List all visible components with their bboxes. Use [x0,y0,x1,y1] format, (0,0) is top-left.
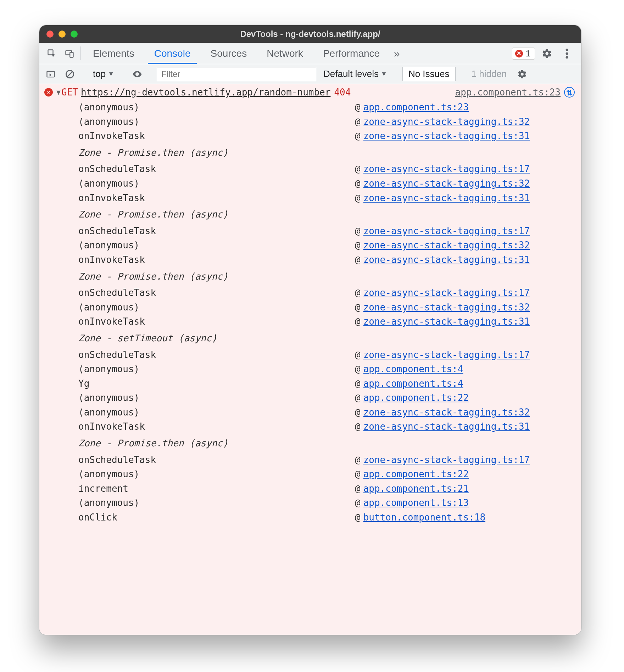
http-method: GET [61,87,78,98]
frame-function: onInvokeTask [78,193,355,203]
at-symbol: @ [355,164,361,174]
source-link[interactable]: zone-async-stack-tagging.ts:32 [363,302,530,313]
stack-frame: (anonymous)@app.component.ts:13 [39,496,581,510]
frame-function: onInvokeTask [78,255,355,265]
svg-rect-2 [70,52,73,57]
stack-frame: onInvokeTask@zone-async-stack-tagging.ts… [39,253,581,267]
more-tabs-button[interactable]: » [390,43,404,64]
tab-console[interactable]: Console [144,43,201,64]
source-link[interactable]: app.component.ts:13 [363,498,469,508]
stack-frame: increment@app.component.ts:21 [39,481,581,496]
tab-sources[interactable]: Sources [200,43,257,64]
source-link[interactable]: zone-async-stack-tagging.ts:31 [363,131,530,141]
source-link[interactable]: zone-async-stack-tagging.ts:32 [363,178,530,189]
source-link[interactable]: zone-async-stack-tagging.ts:17 [363,350,530,360]
console-output: ✕ ▼ GET https://ng-devtools.netlify.app/… [39,84,581,635]
at-symbol: @ [355,255,361,265]
at-symbol: @ [355,393,361,403]
tab-performance[interactable]: Performance [313,43,390,64]
window-title: DevTools - ng-devtools.netlify.app/ [39,29,581,39]
stack-frame: (anonymous)@zone-async-stack-tagging.ts:… [39,300,581,315]
stack-trace: (anonymous)@app.component.ts:23(anonymou… [39,100,581,525]
at-symbol: @ [355,422,361,432]
stack-frame: onScheduleTask@zone-async-stack-tagging.… [39,348,581,362]
tab-elements[interactable]: Elements [83,43,144,64]
source-link[interactable]: app.component.ts:22 [363,469,469,479]
hidden-count-label: 1 hidden [467,68,511,79]
close-window-button[interactable] [46,31,54,38]
error-count-badge[interactable]: ✕ 1 [512,48,535,60]
at-symbol: @ [355,117,361,127]
tab-network[interactable]: Network [257,43,313,64]
async-boundary-label: Zone - Promise.then (async) [39,143,581,162]
source-link[interactable]: app.component.ts:22 [363,393,469,403]
source-link[interactable]: zone-async-stack-tagging.ts:17 [363,164,530,174]
frame-function: onInvokeTask [78,316,355,327]
at-symbol: @ [355,350,361,360]
titlebar: DevTools - ng-devtools.netlify.app/ [39,25,581,43]
stack-frame: onClick@button.component.ts:18 [39,510,581,525]
http-status: 404 [334,87,351,98]
at-symbol: @ [355,379,361,389]
inspect-element-icon[interactable] [43,43,61,64]
svg-point-3 [566,49,568,51]
device-toggle-icon[interactable] [61,43,78,64]
context-selector[interactable]: top ▼ [89,68,118,80]
minimize-window-button[interactable] [58,31,66,38]
maximize-window-button[interactable] [71,31,78,38]
source-link[interactable]: zone-async-stack-tagging.ts:31 [363,316,530,327]
frame-function: onInvokeTask [78,131,355,141]
devtools-tabs: Elements Console Sources Network Perform… [39,43,581,64]
console-settings-icon[interactable] [514,66,530,82]
stack-frame: (anonymous)@app.component.ts:23 [39,100,581,115]
error-count: 1 [526,49,530,59]
settings-icon[interactable] [539,46,555,61]
source-link[interactable]: zone-async-stack-tagging.ts:32 [363,117,530,127]
stack-frame: onInvokeTask@zone-async-stack-tagging.ts… [39,191,581,205]
source-link[interactable]: app.component.ts:23 [455,87,561,98]
source-link[interactable]: zone-async-stack-tagging.ts:17 [363,288,530,298]
svg-point-5 [566,56,568,59]
stack-frame: (anonymous)@zone-async-stack-tagging.ts:… [39,405,581,420]
source-link[interactable]: zone-async-stack-tagging.ts:17 [363,455,530,465]
frame-function: onScheduleTask [78,164,355,174]
issues-button[interactable]: No Issues [402,67,456,81]
stack-frame: onScheduleTask@zone-async-stack-tagging.… [39,286,581,300]
at-symbol: @ [355,407,361,418]
source-link[interactable]: zone-async-stack-tagging.ts:32 [363,407,530,418]
toggle-console-sidebar-icon[interactable] [43,66,58,82]
at-symbol: @ [355,102,361,112]
source-link[interactable]: app.component.ts:4 [363,379,463,389]
console-error-entry[interactable]: ✕ ▼ GET https://ng-devtools.netlify.app/… [39,84,581,100]
disclosure-triangle-icon[interactable]: ▼ [56,88,61,96]
source-link[interactable]: button.component.ts:18 [363,512,485,523]
source-link[interactable]: zone-async-stack-tagging.ts:17 [363,226,530,236]
more-options-icon[interactable] [559,46,575,61]
filter-input[interactable] [157,67,316,81]
frame-function: onClick [78,512,355,523]
log-levels-selector[interactable]: Default levels ▼ [320,68,391,79]
devtools-window: DevTools - ng-devtools.netlify.app/ Elem… [39,25,581,635]
source-link[interactable]: app.component.ts:21 [363,484,469,494]
stack-frame: (anonymous)@app.component.ts:4 [39,362,581,376]
at-symbol: @ [355,240,361,250]
frame-function: onScheduleTask [78,288,355,298]
navigate-icon[interactable]: ⇅ [564,87,575,98]
source-link[interactable]: zone-async-stack-tagging.ts:31 [363,255,530,265]
request-url[interactable]: https://ng-devtools.netlify.app/random-n… [81,87,330,98]
source-link[interactable]: zone-async-stack-tagging.ts:31 [363,422,530,432]
at-symbol: @ [355,178,361,189]
source-link[interactable]: zone-async-stack-tagging.ts:32 [363,240,530,250]
source-link[interactable]: zone-async-stack-tagging.ts:31 [363,193,530,203]
at-symbol: @ [355,498,361,508]
stack-frame: onInvokeTask@zone-async-stack-tagging.ts… [39,129,581,143]
clear-console-icon[interactable] [62,66,78,82]
stack-frame: (anonymous)@zone-async-stack-tagging.ts:… [39,176,581,191]
source-link[interactable]: app.component.ts:23 [363,102,469,112]
frame-function: onScheduleTask [78,226,355,236]
source-link[interactable]: app.component.ts:4 [363,364,463,374]
live-expression-icon[interactable] [129,69,145,79]
window-controls [46,31,78,38]
stack-frame: (anonymous)@zone-async-stack-tagging.ts:… [39,115,581,129]
async-boundary-label: Zone - Promise.then (async) [39,205,581,224]
